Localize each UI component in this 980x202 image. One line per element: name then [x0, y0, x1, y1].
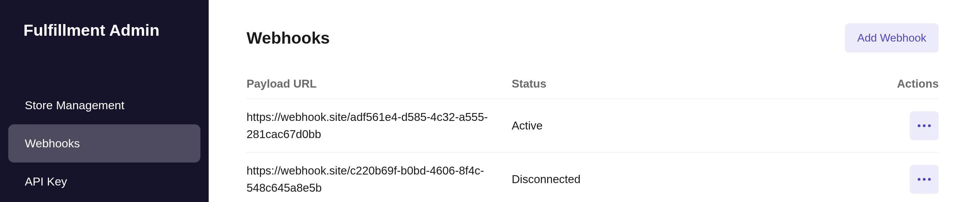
cell-actions — [884, 111, 939, 140]
cell-payload-url: https://webhook.site/adf561e4-d585-4c32-… — [247, 109, 512, 142]
table-row: https://webhook.site/adf561e4-d585-4c32-… — [247, 99, 939, 153]
cell-payload-url: https://webhook.site/c220b69f-b0bd-4606-… — [247, 162, 512, 196]
row-actions-button[interactable] — [910, 111, 939, 140]
column-header-status: Status — [512, 77, 884, 90]
sidebar-item-api-key[interactable]: API Key — [8, 163, 200, 200]
table-header: Payload URL Status Actions — [247, 77, 939, 99]
cell-status: Disconnected — [512, 173, 884, 186]
sidebar-item-webhooks[interactable]: Webhooks — [8, 125, 200, 163]
sidebar-item-label: Webhooks — [25, 137, 80, 150]
row-actions-button[interactable] — [910, 165, 939, 194]
more-horizontal-icon — [918, 178, 931, 181]
cell-actions — [884, 165, 939, 194]
page-header: Webhooks Add Webhook — [247, 24, 939, 52]
sidebar-nav: Store Management Webhooks API Key — [8, 86, 200, 200]
table-row: https://webhook.site/c220b69f-b0bd-4606-… — [247, 153, 939, 202]
add-webhook-button[interactable]: Add Webhook — [845, 24, 939, 52]
app-title: Fulfillment Admin — [8, 21, 200, 39]
sidebar-item-label: API Key — [25, 175, 67, 188]
cell-status: Active — [512, 119, 884, 132]
column-header-url: Payload URL — [247, 77, 512, 90]
sidebar-item-store-management[interactable]: Store Management — [8, 86, 200, 125]
sidebar: Fulfillment Admin Store Management Webho… — [0, 0, 209, 202]
main-content: Webhooks Add Webhook Payload URL Status … — [209, 0, 980, 202]
sidebar-item-label: Store Management — [25, 99, 124, 112]
page-title: Webhooks — [247, 28, 330, 47]
more-horizontal-icon — [918, 125, 931, 127]
column-header-actions: Actions — [884, 77, 939, 90]
